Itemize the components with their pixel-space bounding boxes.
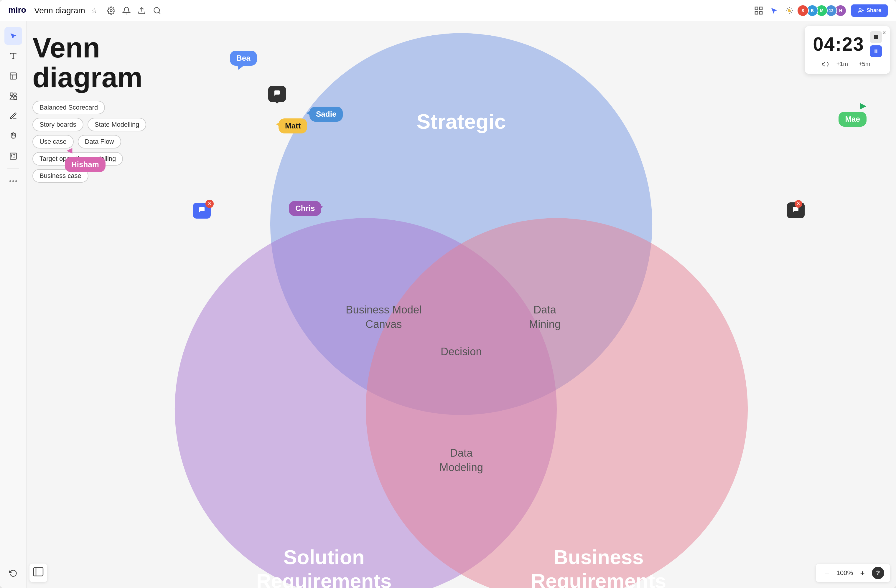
settings-icon[interactable] (106, 5, 116, 16)
tag-balanced-scorecard[interactable]: Balanced Scorecard (32, 101, 105, 114)
svg-point-1 (110, 9, 112, 12)
timer-display: 04:23 (813, 33, 864, 55)
zoom-level: 100% (837, 569, 853, 577)
svg-rect-22 (10, 153, 16, 160)
svg-marker-30 (822, 62, 825, 66)
svg-rect-7 (755, 11, 758, 14)
label-datamod-2: Modeling (439, 461, 483, 473)
left-toolbar (0, 21, 26, 588)
reactions-icon[interactable] (784, 5, 795, 16)
collaborators-avatars: S B M 12 H (799, 5, 846, 17)
svg-point-24 (9, 180, 11, 182)
share-button[interactable]: Share (851, 5, 888, 17)
venn-diagram-svg: Strategic Solution Requirements Business… (26, 21, 896, 588)
tool-sticky[interactable] (5, 67, 22, 85)
svg-rect-27 (874, 35, 878, 39)
doc-title: Venn diagram (34, 6, 85, 15)
label-solution-1: Solution (283, 546, 364, 568)
cursor-sadie: Sadie (309, 106, 343, 122)
svg-rect-23 (12, 154, 15, 158)
tool-cursor[interactable] (5, 27, 22, 45)
topbar-icons (106, 5, 162, 16)
svg-point-19 (14, 93, 16, 96)
label-datamod-1: Data (450, 447, 473, 459)
tool-text[interactable] (5, 47, 22, 65)
app-container: miro Venn diagram ☆ (0, 0, 896, 588)
circle-business (366, 218, 748, 588)
upload-icon[interactable] (136, 5, 147, 16)
panel-toggle-button[interactable] (29, 564, 47, 582)
label-dm-1: Data (533, 304, 556, 316)
zoom-in-button[interactable]: + (857, 568, 868, 578)
tool-frame[interactable] (5, 147, 22, 165)
tool-pen[interactable] (5, 107, 22, 125)
diagram-title: Venn diagram (32, 33, 146, 93)
main-area: Venn diagram Balanced Scorecard Story bo… (0, 21, 896, 588)
svg-rect-5 (755, 7, 758, 10)
label-dm-2: Mining (529, 318, 561, 330)
timer-widget: × 04:23 (805, 26, 890, 74)
timer-stop-button[interactable] (870, 31, 882, 43)
help-button[interactable]: ? (872, 567, 884, 579)
share-label: Share (867, 8, 881, 14)
label-decision: Decision (440, 346, 482, 358)
search-icon[interactable] (152, 5, 162, 16)
tool-more[interactable] (5, 172, 22, 190)
tool-undo[interactable] (5, 564, 22, 582)
avatar-1: S (797, 5, 809, 17)
cursor-mae: ▶ Mae (838, 101, 867, 127)
zoom-out-button[interactable]: − (822, 568, 832, 578)
tool-separator (8, 169, 19, 169)
timer-plus5m-button[interactable]: +5m (856, 59, 873, 68)
timer-close-button[interactable]: × (882, 29, 886, 36)
comment-bubble-3[interactable]: 3 (193, 203, 211, 219)
svg-line-4 (158, 12, 160, 14)
svg-point-26 (15, 180, 17, 182)
svg-rect-8 (760, 11, 762, 14)
cursor-bea: Bea (230, 51, 257, 73)
label-bm-1: Business Model (346, 304, 422, 316)
star-icon[interactable]: ☆ (91, 6, 98, 15)
label-business-2: Requirements (531, 570, 666, 588)
svg-point-10 (859, 8, 861, 10)
svg-rect-6 (760, 7, 762, 10)
svg-rect-31 (34, 568, 43, 576)
label-bm-2: Canvas (366, 318, 402, 330)
tag-row-1: Balanced Scorecard (32, 101, 146, 114)
timer-plus1m-button[interactable]: +1m (834, 59, 851, 68)
tag-story-boards[interactable]: Story boards (32, 118, 84, 131)
zoom-controls: − 100% + ? (816, 564, 890, 582)
svg-rect-15 (10, 73, 16, 79)
comment-bubble-2[interactable]: 3 (787, 202, 805, 218)
canvas-area[interactable]: Venn diagram Balanced Scorecard Story bo… (26, 21, 896, 588)
label-strategic: Strategic (416, 110, 506, 133)
timer-pause-button[interactable] (870, 46, 882, 57)
notifications-icon[interactable] (121, 5, 132, 16)
tool-hand[interactable] (5, 127, 22, 145)
miro-logo[interactable]: miro (8, 6, 26, 16)
tag-state-modelling[interactable]: State Modelling (88, 118, 146, 131)
svg-rect-29 (876, 50, 878, 53)
cursor-mode-icon[interactable] (769, 5, 779, 16)
svg-point-3 (154, 8, 160, 13)
svg-rect-18 (10, 93, 13, 96)
topbar: miro Venn diagram ☆ (0, 0, 896, 21)
label-business-1: Business (553, 546, 644, 568)
cursor-matt: Matt (279, 119, 307, 134)
svg-text:miro: miro (8, 6, 26, 14)
comment-bubble-1[interactable] (268, 86, 286, 102)
timer-controls: +1m +5m (822, 59, 873, 68)
svg-rect-28 (875, 50, 876, 53)
topbar-right: S B M 12 H Share (753, 5, 888, 17)
tag-row-2: Story boards State Modelling (32, 118, 146, 131)
label-solution-2: Requirements (256, 570, 392, 588)
svg-point-9 (788, 9, 791, 12)
cursor-chris: Chris (289, 201, 321, 216)
cursor-hisham: ◄ Hisham (65, 145, 105, 172)
apps-grid-icon[interactable] (753, 5, 764, 16)
svg-point-25 (12, 180, 14, 182)
tool-shapes[interactable] (5, 87, 22, 105)
